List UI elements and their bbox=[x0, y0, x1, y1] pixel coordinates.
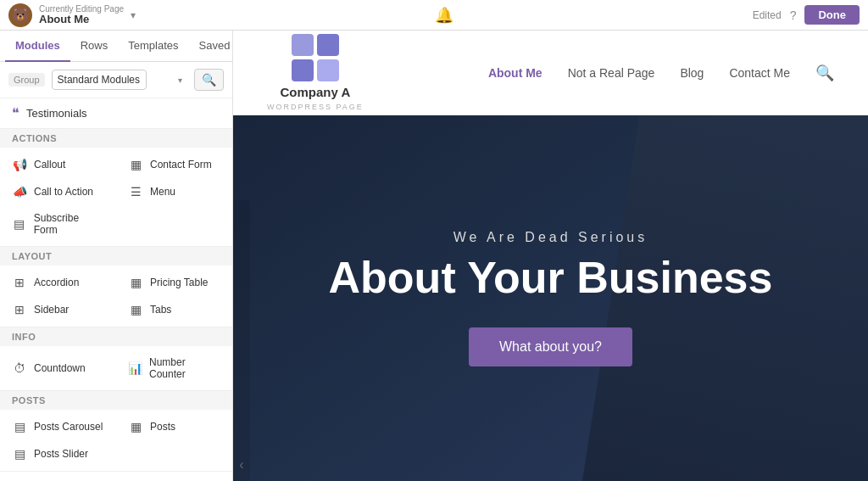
pricing-table-icon: ▦ bbox=[128, 276, 143, 289]
preview-left-bar: ‹ bbox=[233, 200, 250, 481]
website-preview: Company A WORDPRESS PAGE About Me Not a … bbox=[233, 31, 868, 481]
section-layout: Layout bbox=[0, 247, 232, 266]
brand-logo-area: Company A WORDPRESS PAGE bbox=[267, 34, 364, 111]
call-to-action-label: Call to Action bbox=[34, 186, 93, 198]
module-item-testimonials[interactable]: ❝ Testimonials bbox=[0, 98, 232, 129]
nav-link-blog[interactable]: Blog bbox=[680, 66, 704, 80]
call-to-action-icon: 📣 bbox=[12, 185, 27, 199]
accordion-label: Accordion bbox=[34, 277, 79, 288]
module-item-sidebar[interactable]: ⊞ Sidebar bbox=[0, 296, 116, 323]
module-item-tabs[interactable]: ▦ Tabs bbox=[116, 296, 232, 323]
posts-icon: ▦ bbox=[128, 420, 143, 433]
countdown-icon: ⏱ bbox=[12, 361, 27, 375]
section-info: Info bbox=[0, 327, 232, 346]
hero-cta-button[interactable]: What about you? bbox=[469, 327, 632, 366]
nav-links: About Me Not a Real Page Blog Contact Me… bbox=[488, 64, 834, 82]
module-item-posts-slider[interactable]: ▤ Posts Slider bbox=[0, 440, 116, 467]
logo-cell-2 bbox=[317, 34, 339, 56]
hero-title: About Your Business bbox=[329, 254, 773, 302]
module-item-countdown[interactable]: ⏱ Countdown bbox=[0, 350, 116, 387]
module-item-menu[interactable]: ☰ Menu bbox=[116, 178, 232, 205]
tab-templates[interactable]: Templates bbox=[118, 31, 188, 62]
posts-grid: ▤ Posts Carousel ▦ Posts ▤ Posts Slider bbox=[0, 410, 232, 472]
posts-carousel-icon: ▤ bbox=[12, 420, 27, 433]
tab-saved[interactable]: Saved bbox=[189, 31, 234, 62]
current-page-name: About Me bbox=[39, 14, 124, 25]
tabs-icon: ▦ bbox=[128, 303, 143, 316]
module-select-wrapper: Standard Modules ▾ bbox=[52, 70, 187, 90]
module-item-call-to-action[interactable]: 📣 Call to Action bbox=[0, 178, 116, 205]
module-type-select[interactable]: Standard Modules bbox=[52, 70, 147, 90]
actions-grid: 📢 Callout ▦ Contact Form 📣 Call to Actio… bbox=[0, 148, 232, 247]
preview-left-arrow-icon[interactable]: ‹ bbox=[239, 457, 243, 473]
logo-cell-3 bbox=[292, 59, 314, 81]
subscribe-form-icon: ▤ bbox=[12, 217, 27, 231]
posts-slider-icon: ▤ bbox=[12, 447, 27, 461]
tab-modules[interactable]: Modules bbox=[5, 31, 70, 62]
sidebar-module-label: Sidebar bbox=[34, 304, 69, 316]
posts-carousel-label: Posts Carousel bbox=[34, 421, 103, 433]
contact-form-label: Contact Form bbox=[150, 159, 212, 171]
module-item-subscribe-form[interactable]: ▤ Subscribe Form bbox=[0, 205, 116, 243]
top-bar: 🐻 Currently Editing Page About Me ▾ 🔔 Ed… bbox=[0, 0, 868, 31]
module-item-posts-carousel[interactable]: ▤ Posts Carousel bbox=[0, 413, 116, 440]
posts-label: Posts bbox=[150, 421, 175, 433]
nav-search-icon[interactable]: 🔍 bbox=[815, 64, 834, 82]
sidebar: Modules Rows Templates Saved Group Stand… bbox=[0, 31, 233, 481]
brand-tagline: WORDPRESS PAGE bbox=[267, 103, 364, 111]
posts-slider-label: Posts Slider bbox=[34, 448, 88, 460]
edited-status: Edited bbox=[753, 9, 782, 21]
logo-cell-4 bbox=[317, 59, 339, 81]
testimonials-label: Testimonials bbox=[26, 107, 87, 120]
layout-grid: ⊞ Accordion ▦ Pricing Table ⊞ Sidebar ▦ … bbox=[0, 266, 232, 327]
group-label: Group bbox=[8, 73, 45, 87]
help-icon[interactable]: ? bbox=[790, 8, 797, 22]
callout-label: Callout bbox=[34, 159, 65, 171]
module-item-posts[interactable]: ▦ Posts bbox=[116, 413, 232, 440]
nav-link-contact[interactable]: Contact Me bbox=[729, 66, 790, 80]
section-actions: Actions bbox=[0, 129, 232, 148]
search-button[interactable]: 🔍 bbox=[194, 69, 224, 91]
brand-name: Company A bbox=[281, 85, 351, 99]
nav-link-about-me[interactable]: About Me bbox=[488, 66, 542, 80]
top-bar-left: 🐻 Currently Editing Page About Me ▾ bbox=[8, 3, 136, 27]
sidebar-content: ❝ Testimonials Actions 📢 Callout ▦ Conta… bbox=[0, 98, 232, 481]
module-item-pricing-table[interactable]: ▦ Pricing Table bbox=[116, 269, 232, 296]
hero-section: We Are Dead Serious About Your Business … bbox=[233, 115, 868, 481]
sidebar-tabs: Modules Rows Templates Saved bbox=[0, 31, 232, 62]
countdown-label: Countdown bbox=[34, 362, 86, 374]
number-counter-label: Number Counter bbox=[149, 356, 220, 380]
subscribe-form-label: Subscribe Form bbox=[34, 212, 104, 236]
info-grid: ⏱ Countdown 📊 Number Counter bbox=[0, 346, 232, 391]
main-layout: Modules Rows Templates Saved Group Stand… bbox=[0, 31, 868, 481]
select-arrow-icon: ▾ bbox=[178, 76, 182, 85]
testimonials-icon: ❝ bbox=[12, 105, 19, 121]
preview-area: Company A WORDPRESS PAGE About Me Not a … bbox=[233, 31, 868, 481]
sidebar-module-icon: ⊞ bbox=[12, 303, 27, 316]
brand-logo bbox=[292, 34, 339, 81]
contact-form-icon: ▦ bbox=[128, 158, 143, 171]
module-item-contact-form[interactable]: ▦ Contact Form bbox=[116, 151, 232, 178]
number-counter-icon: 📊 bbox=[128, 361, 142, 375]
hero-subtitle: We Are Dead Serious bbox=[329, 230, 773, 245]
preview-nav: Company A WORDPRESS PAGE About Me Not a … bbox=[233, 31, 868, 115]
notification-icon[interactable]: 🔔 bbox=[435, 6, 453, 25]
done-button[interactable]: Done bbox=[804, 5, 860, 25]
module-item-accordion[interactable]: ⊞ Accordion bbox=[0, 269, 116, 296]
nav-link-not-real[interactable]: Not a Real Page bbox=[568, 66, 655, 80]
chevron-down-icon[interactable]: ▾ bbox=[131, 9, 136, 21]
pricing-table-label: Pricing Table bbox=[150, 277, 208, 288]
module-item-number-counter[interactable]: 📊 Number Counter bbox=[116, 350, 232, 387]
section-posts: Posts bbox=[0, 391, 232, 410]
module-search-bar: Group Standard Modules ▾ 🔍 bbox=[0, 62, 232, 98]
logo-cell-1 bbox=[292, 34, 314, 56]
menu-icon: ☰ bbox=[128, 185, 143, 199]
tabs-label: Tabs bbox=[150, 304, 171, 316]
tab-rows[interactable]: Rows bbox=[70, 31, 119, 62]
hero-content: We Are Dead Serious About Your Business … bbox=[329, 230, 773, 366]
bear-avatar: 🐻 bbox=[8, 3, 32, 27]
accordion-icon: ⊞ bbox=[12, 276, 27, 289]
top-bar-right: Edited ? Done bbox=[753, 5, 860, 25]
module-item-callout[interactable]: 📢 Callout bbox=[0, 151, 116, 178]
menu-label: Menu bbox=[150, 186, 175, 198]
